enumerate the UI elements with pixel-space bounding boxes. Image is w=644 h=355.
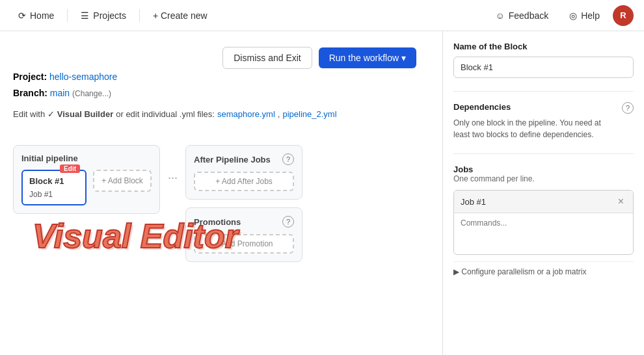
dependencies-help-icon[interactable]: ? bbox=[622, 102, 634, 114]
content-area: Dismiss and Exit Run the workflow ▾ Proj… bbox=[0, 31, 644, 355]
divider-2 bbox=[453, 153, 634, 154]
projects-icon: ☰ bbox=[81, 10, 89, 21]
project-link[interactable]: hello-semaphore bbox=[49, 72, 117, 82]
add-after-jobs-button[interactable]: + Add After Jobs bbox=[194, 172, 294, 191]
dismiss-button[interactable]: Dismiss and Exit bbox=[222, 47, 312, 69]
nav-projects[interactable]: ☰ Projects bbox=[73, 7, 134, 25]
project-info: Project: hello-semaphore Branch: main (C… bbox=[13, 69, 429, 101]
block-name-label: Name of the Block bbox=[453, 42, 634, 51]
right-pipeline: After Pipeline Jobs ? + Add After Jobs P… bbox=[185, 145, 302, 262]
navbar: ⟳ Home ☰ Projects + Create new ☺ Feedbac… bbox=[0, 0, 644, 31]
left-panel: Dismiss and Exit Run the workflow ▾ Proj… bbox=[0, 31, 442, 355]
action-bar: Dismiss and Exit Run the workflow ▾ bbox=[13, 42, 429, 69]
block-name-input[interactable] bbox=[453, 57, 634, 78]
promotions-title: Promotions bbox=[194, 217, 241, 227]
block-name: Block #1 bbox=[29, 176, 79, 186]
change-link[interactable]: (Change...) bbox=[72, 89, 111, 98]
run-workflow-button[interactable]: Run the workflow ▾ bbox=[319, 47, 416, 68]
after-jobs-title: After Pipeline Jobs bbox=[194, 155, 271, 164]
after-jobs-section: After Pipeline Jobs ? + Add After Jobs bbox=[185, 145, 302, 200]
dependencies-section: Dependencies ? Only one block in the pip… bbox=[453, 102, 634, 140]
nav-create-label: + Create new bbox=[153, 10, 208, 21]
pipeline-connector: ··· bbox=[168, 171, 178, 185]
help-button[interactable]: ◎ Help bbox=[561, 7, 608, 25]
block-job: Job #1 bbox=[29, 190, 79, 199]
semaphore-yml-link[interactable]: semaphore.yml bbox=[217, 109, 275, 119]
job-card-header: × bbox=[454, 191, 633, 213]
initial-pipeline-section: Initial pipeline Edit Block #1 Job #1 + … bbox=[13, 145, 160, 214]
commands-textarea[interactable] bbox=[454, 213, 633, 252]
home-icon: ⟳ bbox=[18, 10, 26, 21]
pipeline2-yml-link[interactable]: pipeline_2.yml bbox=[282, 109, 336, 119]
avatar[interactable]: R bbox=[613, 5, 634, 26]
add-promotion-button[interactable]: + Add Promotion bbox=[194, 234, 294, 254]
jobs-sublabel: One command per line. bbox=[453, 174, 634, 183]
after-jobs-header: After Pipeline Jobs ? bbox=[194, 153, 294, 165]
edit-bar: Edit with ✓ Visual Builder or edit indiv… bbox=[13, 109, 429, 119]
feedback-icon: ☺ bbox=[495, 10, 504, 21]
dependencies-text: Only one block in the pipeline. You need… bbox=[453, 117, 610, 140]
pipeline-canvas: Initial pipeline Edit Block #1 Job #1 + … bbox=[13, 132, 429, 275]
dependencies-label: Dependencies bbox=[453, 102, 511, 112]
job-card: × bbox=[453, 190, 634, 255]
nav-projects-label: Projects bbox=[93, 10, 126, 21]
jobs-section: Jobs One command per line. × ▶ Configure… bbox=[453, 164, 634, 282]
promotions-header: Promotions ? bbox=[194, 216, 294, 228]
project-label: Project: bbox=[13, 72, 47, 82]
nav-home-label: Home bbox=[30, 10, 54, 21]
branch-label: Branch: bbox=[13, 88, 47, 98]
nav-home[interactable]: ⟳ Home bbox=[10, 7, 62, 25]
branch-link[interactable]: main bbox=[50, 88, 70, 98]
promotions-section: Promotions ? + Add Promotion bbox=[185, 207, 302, 262]
initial-pipeline-title: Initial pipeline bbox=[21, 153, 152, 163]
block-name-section: Name of the Block bbox=[453, 42, 634, 78]
block-card[interactable]: Edit Block #1 Job #1 bbox=[21, 170, 87, 205]
nav-divider-2 bbox=[139, 9, 140, 22]
nav-create[interactable]: + Create new bbox=[145, 7, 215, 25]
after-jobs-help-icon[interactable]: ? bbox=[282, 153, 294, 165]
edit-badge: Edit bbox=[60, 164, 80, 173]
divider-1 bbox=[453, 91, 634, 92]
job-close-button[interactable]: × bbox=[615, 196, 626, 207]
nav-divider-1 bbox=[67, 9, 68, 22]
configure-parallelism-link[interactable]: ▶ Configure parallelism or a job matrix bbox=[453, 261, 634, 282]
jobs-label: Jobs bbox=[453, 164, 634, 174]
help-icon: ◎ bbox=[569, 10, 577, 21]
promotions-help-icon[interactable]: ? bbox=[282, 216, 294, 228]
job-name-input[interactable] bbox=[461, 197, 615, 207]
right-panel: Name of the Block Dependencies ? Only on… bbox=[442, 31, 644, 355]
add-block-button[interactable]: + Add Block bbox=[93, 170, 152, 192]
configure-label: ▶ Configure parallelism or a job matrix bbox=[453, 267, 586, 276]
feedback-button[interactable]: ☺ Feedback bbox=[487, 7, 556, 25]
nav-right: ☺ Feedback ◎ Help R bbox=[487, 5, 634, 26]
